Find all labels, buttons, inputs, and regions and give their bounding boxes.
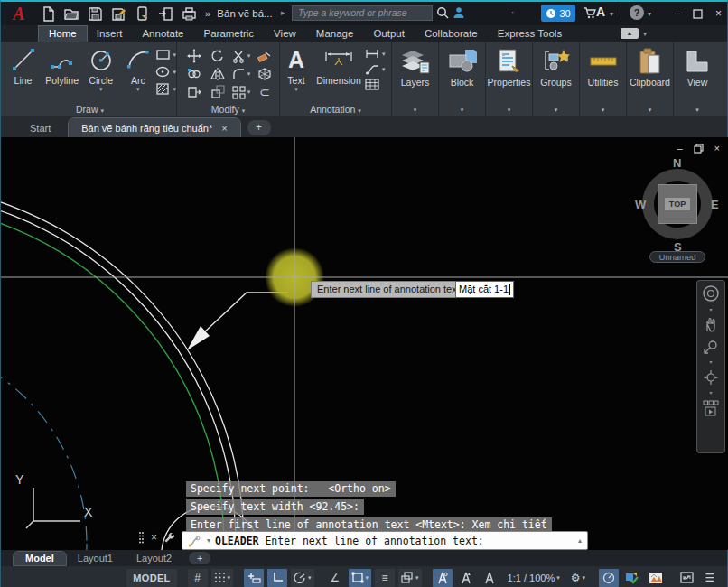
autodesk-app-icon[interactable]: A — [596, 5, 605, 19]
mirror-icon[interactable] — [210, 67, 225, 81]
orbit-chevron[interactable]: ▾ — [709, 391, 712, 395]
workspace-switch-button[interactable]: ⚙ ▾ — [568, 569, 588, 587]
block-panel-chevron[interactable]: ▾ — [439, 107, 485, 114]
zoom-chevron[interactable]: ▾ — [709, 360, 712, 364]
tab-layout2[interactable]: Layout2 — [125, 552, 183, 565]
panel-properties[interactable]: Properties ▾ — [486, 42, 533, 116]
dwg-restore-icon[interactable] — [694, 144, 704, 154]
circle-chevron[interactable]: ▾ — [99, 86, 103, 93]
pan-hand-icon[interactable] — [703, 317, 719, 333]
tab-express-tools[interactable]: Express Tools — [488, 26, 572, 42]
file-tab-drawing[interactable]: Bản vẽ bánh răng tiêu chuẩn* × — [69, 118, 239, 137]
tab-view[interactable]: View — [264, 26, 306, 42]
annotation-monitor-toggle[interactable] — [599, 569, 619, 587]
file-tab-close-icon[interactable]: × — [221, 123, 227, 134]
erase-icon[interactable] — [257, 49, 272, 63]
command-close-icon[interactable]: × — [151, 531, 157, 544]
navigation-wheel-icon[interactable] — [702, 284, 720, 303]
viewcube[interactable]: N S W E TOP Unnamed — [633, 154, 723, 262]
rectangle-tool[interactable]: ▾ — [155, 48, 176, 61]
command-expand-chevron[interactable]: ▴ — [578, 536, 582, 545]
annotation-autoscale-toggle[interactable] — [456, 569, 476, 587]
zoom-extents-icon[interactable] — [703, 339, 719, 355]
search-input[interactable]: Type a keyword or phrase — [292, 5, 433, 21]
transfer-icon[interactable] — [158, 6, 173, 22]
draw-panel-label[interactable]: Draw ▾ — [4, 104, 176, 115]
sign-in-person-icon[interactable] — [453, 6, 465, 19]
navwheel-chevron[interactable]: ▾ — [709, 308, 712, 312]
maximize-button[interactable] — [693, 9, 703, 19]
move-icon[interactable] — [187, 49, 201, 63]
recent-commands-chevron[interactable]: ▾ — [207, 536, 210, 545]
help-icon[interactable]: ? — [630, 5, 644, 20]
tab-output[interactable]: Output — [363, 26, 415, 42]
titlebar-overflow-icon[interactable]: · — [511, 7, 514, 17]
hatch-tool[interactable]: ▾ — [155, 82, 176, 96]
panel-layers[interactable]: Layers ▾ — [392, 42, 439, 116]
recent-commands-icon[interactable] — [188, 535, 202, 547]
isolate-objects-button[interactable] — [622, 569, 642, 587]
tab-collaborate[interactable]: Collaborate — [415, 26, 488, 42]
cart-icon[interactable] — [583, 6, 596, 19]
isodraft-toggle[interactable]: ∠ — [325, 569, 345, 587]
fillet-tool[interactable]: ▾ — [232, 68, 251, 81]
search-icon[interactable] — [436, 6, 449, 19]
annotation-scale-button[interactable] — [480, 569, 499, 587]
layers-panel-chevron[interactable]: ▾ — [392, 107, 438, 114]
trim-tool[interactable]: ▾ — [232, 50, 251, 63]
ribbon-minimize-button[interactable]: ▲ — [621, 28, 639, 39]
rotate-icon[interactable] — [210, 49, 225, 63]
selection-cycling-toggle[interactable]: ▾ — [398, 569, 422, 587]
save-web-mobile-icon[interactable] — [135, 6, 150, 22]
leader-tool[interactable]: ▾ — [365, 63, 386, 75]
tab-model[interactable]: Model — [14, 552, 66, 565]
trial-days-badge[interactable]: 30 — [541, 5, 575, 22]
panel-clipboard[interactable]: Clipboard ▾ — [627, 42, 674, 116]
annotation-scale-value[interactable]: 1:1 / 100% ▾ — [503, 569, 565, 587]
tab-annotate[interactable]: Annotate — [132, 26, 193, 42]
close-button[interactable]: × — [715, 7, 722, 20]
autocad-logo-icon[interactable]: A — [1, 2, 37, 25]
autodesk-app-chevron[interactable]: ▾ — [610, 10, 613, 18]
arc-button[interactable]: Arc ▾ — [120, 42, 155, 96]
annotation-panel-label[interactable]: Annotation ▾ — [280, 104, 391, 115]
ribbon-minimize-chevron[interactable]: ▾ — [643, 30, 647, 38]
text-chevron[interactable]: ▾ — [294, 86, 298, 93]
viewcube-east[interactable]: E — [711, 198, 719, 211]
ortho-toggle[interactable] — [267, 569, 287, 587]
viewcube-north[interactable]: N — [673, 156, 681, 170]
command-grip-icon[interactable] — [138, 531, 145, 544]
stretch-icon[interactable] — [187, 85, 201, 99]
scale-icon[interactable] — [210, 85, 225, 99]
tab-layout1[interactable]: Layout1 — [66, 552, 125, 565]
drawing-canvas[interactable]: – × N S W E TOP Unnamed ▾ ▾ ▾ — [1, 137, 728, 550]
properties-panel-chevron[interactable]: ▾ — [486, 107, 532, 114]
circle-button[interactable]: Circle ▾ — [81, 42, 120, 96]
ucs-icon[interactable]: Y X — [6, 470, 97, 542]
object-snap-toggle[interactable]: ▾ — [349, 569, 372, 587]
viewcube-view-name[interactable]: Unnamed — [649, 251, 705, 263]
ellipse-tool[interactable]: ▾ — [155, 65, 176, 79]
new-layout-button[interactable]: + — [189, 552, 210, 564]
tab-manage[interactable]: Manage — [306, 26, 364, 42]
annotation-visibility-toggle[interactable] — [433, 569, 453, 587]
clipboard-panel-chevron[interactable]: ▾ — [627, 107, 673, 114]
panel-block[interactable]: Block ▾ — [439, 42, 486, 116]
model-space-button[interactable]: MODEL — [126, 569, 176, 587]
orbit-icon[interactable] — [703, 369, 719, 386]
utilities-panel-chevron[interactable]: ▾ — [580, 107, 626, 114]
minimize-button[interactable]: – — [674, 7, 680, 20]
help-chevron[interactable]: ▾ — [648, 10, 651, 18]
arc-chevron[interactable]: ▾ — [136, 86, 140, 93]
copy-icon[interactable] — [187, 67, 201, 81]
tab-parametric[interactable]: Parametric — [194, 26, 265, 42]
grid-toggle[interactable]: # — [188, 569, 208, 587]
dwg-minimize-icon[interactable]: – — [677, 143, 682, 154]
offset-icon[interactable]: ⊂ — [259, 85, 270, 99]
panel-utilities[interactable]: Utilities ▾ — [580, 42, 627, 116]
showmotion-icon[interactable] — [703, 400, 719, 416]
polyline-button[interactable]: Polyline — [42, 42, 81, 96]
array-tool[interactable]: ▾ — [232, 86, 251, 99]
save-as-icon[interactable] — [111, 6, 126, 22]
explode-icon[interactable] — [257, 67, 272, 81]
